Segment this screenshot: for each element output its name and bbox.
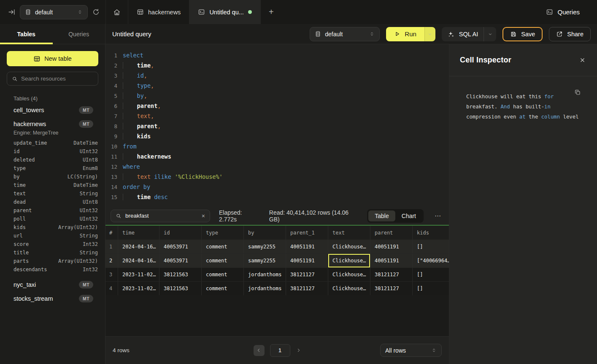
sql-ai-button[interactable]: SQL AI <box>442 27 484 41</box>
topbar-database-selector[interactable]: default <box>20 5 88 19</box>
column-name: type <box>14 165 26 171</box>
editor-line: 7 text, <box>105 111 449 121</box>
sql-ai-label: SQL AI <box>459 31 478 38</box>
table-cell[interactable]: sammy2255 <box>244 254 286 267</box>
clear-search-icon[interactable]: × <box>202 213 205 219</box>
table-cell[interactable]: comment <box>202 240 244 253</box>
table-cell[interactable]: Clickhouse… <box>328 268 370 281</box>
new-table-button[interactable]: New table <box>7 51 98 66</box>
results-grid-header: #timeidtypebyparent_1textparentkids <box>105 226 449 240</box>
table-cell[interactable]: [] <box>413 240 449 253</box>
new-tab-button[interactable]: + <box>261 0 282 24</box>
sidebar-table-row[interactable]: hackernewsMT <box>0 117 105 131</box>
column-header[interactable]: # <box>105 226 118 240</box>
column-header[interactable]: kids <box>413 226 449 240</box>
table-cell[interactable]: 38121127 <box>370 268 413 281</box>
table-cell[interactable]: 40053971 <box>159 254 202 267</box>
line-number: 13 <box>105 174 117 180</box>
table-cell[interactable]: 40051191 <box>286 240 328 253</box>
sidebar-tab-queries[interactable]: Queries <box>53 24 105 44</box>
table-cell[interactable]: sammy2255 <box>244 240 286 253</box>
selected-table-cell[interactable]: Clickhouse… <box>328 254 370 267</box>
database-icon <box>25 9 31 15</box>
resource-search-input[interactable] <box>21 75 96 82</box>
table-cell[interactable]: Clickhouse… <box>328 240 370 253</box>
copy-icon[interactable] <box>574 89 581 96</box>
editor-line: 5 by, <box>105 91 449 101</box>
table-cell[interactable]: comment <box>202 254 244 267</box>
table-cell[interactable]: 38121127 <box>286 268 328 281</box>
save-button[interactable]: Save <box>502 27 543 41</box>
page-number-input[interactable] <box>270 344 290 357</box>
results-search[interactable]: × <box>111 210 210 222</box>
table-cell[interactable]: jordanthoms <box>244 282 286 295</box>
table-cell[interactable]: 38121563 <box>159 282 202 295</box>
table-cell[interactable]: Clickhouse… <box>328 282 370 295</box>
run-button[interactable]: Run <box>386 27 424 41</box>
column-header[interactable]: type <box>202 226 244 240</box>
column-header[interactable]: time <box>118 226 159 240</box>
tab-hackernews[interactable]: hackernews <box>128 0 189 24</box>
column-header[interactable]: text <box>328 226 370 240</box>
column-header[interactable]: by <box>244 226 286 240</box>
tab-untitled-query[interactable]: Untitled qu... <box>189 0 260 24</box>
table-cell[interactable]: 2024-04-16… <box>118 240 159 253</box>
more-options-icon[interactable]: ⋯ <box>432 212 443 220</box>
indent-guide <box>123 62 137 69</box>
table-cell[interactable]: 2023-11-02… <box>118 282 159 295</box>
table-cell[interactable]: comment <box>202 282 244 295</box>
table-cell[interactable]: 2023-11-02… <box>118 268 159 281</box>
collapse-sidebar-icon[interactable] <box>8 8 15 16</box>
table-cell[interactable]: jordanthoms <box>244 268 286 281</box>
table-cell[interactable]: [] <box>413 282 449 295</box>
editor-line: 6 parent, <box>105 101 449 111</box>
chevron-updown-icon <box>431 348 437 353</box>
sql-editor[interactable]: 1select2 time,3 id,4 type,5 by,6 parent,… <box>105 44 449 207</box>
sidebar-table-row[interactable]: nyc_taxiMT <box>0 278 105 291</box>
table-cell[interactable]: 38121563 <box>159 268 202 281</box>
chevron-down-icon <box>488 32 493 37</box>
column-header[interactable]: parent <box>370 226 413 240</box>
tab-untitled-label: Untitled qu... <box>209 9 243 16</box>
column-type: String <box>80 233 98 239</box>
refresh-icon[interactable] <box>92 8 100 16</box>
table-cell[interactable]: 40053971 <box>159 240 202 253</box>
engine-badge: MT <box>79 120 93 128</box>
line-number: 10 <box>105 143 117 150</box>
queries-link[interactable]: Queries <box>546 0 597 24</box>
results-empty-area <box>105 295 449 336</box>
table-cell[interactable]: comment <box>202 268 244 281</box>
sql-ai-options-button[interactable] <box>484 27 496 41</box>
table-cell[interactable]: [] <box>413 268 449 281</box>
table-cell[interactable]: 40051191 <box>370 254 413 267</box>
share-button[interactable]: Share <box>549 27 591 41</box>
tab-home[interactable] <box>105 0 128 24</box>
table-cell[interactable]: 38121127 <box>286 282 328 295</box>
column-row: deadUInt8 <box>0 198 105 206</box>
sidebar-tab-tables[interactable]: Tables <box>0 24 53 44</box>
close-icon[interactable] <box>579 57 586 63</box>
run-options-button[interactable] <box>424 27 435 41</box>
view-chart-button[interactable]: Chart <box>395 210 422 221</box>
view-table-button[interactable]: Table <box>368 210 395 221</box>
sidebar-table-row[interactable]: stocks_streamMT <box>0 291 105 305</box>
table-cell[interactable]: ["40066964… <box>413 254 449 267</box>
line-number: 5 <box>105 93 117 99</box>
save-icon <box>510 31 517 38</box>
page-size-selector[interactable]: All rows <box>380 344 442 357</box>
column-name: parent <box>14 208 32 213</box>
previous-page-button[interactable] <box>254 345 265 356</box>
column-type: String <box>80 250 98 256</box>
table-cell[interactable]: 2024-04-16… <box>118 254 159 267</box>
sidebar-table-row[interactable]: cell_towersMT <box>0 103 105 117</box>
column-header[interactable]: id <box>159 226 202 240</box>
table-cell[interactable]: 38121127 <box>370 282 413 295</box>
column-header[interactable]: parent_1 <box>286 226 328 240</box>
table-cell[interactable]: 40051191 <box>370 240 413 253</box>
next-page-button[interactable] <box>296 348 301 353</box>
query-database-selector[interactable]: default <box>310 27 380 41</box>
table-cell[interactable]: 40051191 <box>286 254 328 267</box>
page-size-value: All rows <box>385 347 406 354</box>
results-search-input[interactable] <box>125 213 198 219</box>
resource-search[interactable] <box>7 72 98 86</box>
